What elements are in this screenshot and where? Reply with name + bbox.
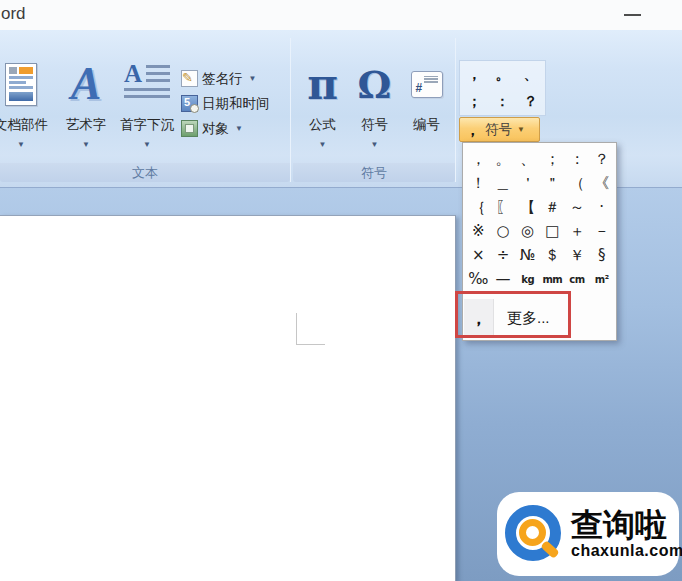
margin-corner-mark	[296, 313, 325, 345]
mini-gallery-symbol[interactable]: 。	[488, 61, 516, 88]
object-button[interactable]: 对象 ▼	[181, 116, 289, 141]
drop-cap-icon: A	[124, 63, 170, 105]
group-separator	[455, 38, 456, 182]
date-time-label: 日期和时间	[202, 95, 270, 113]
group-label-text: 文本	[0, 163, 290, 182]
symbol-cell[interactable]: §	[589, 243, 614, 267]
symbol-cell[interactable]: ！	[466, 171, 491, 195]
minimize-icon	[624, 14, 641, 16]
symbol-cell[interactable]: ￥	[565, 243, 590, 267]
symbol-cell[interactable]: 【	[515, 195, 540, 219]
signature-line-label: 签名行	[202, 70, 243, 88]
quick-parts-icon	[5, 63, 37, 106]
symbol-cell[interactable]: ◎	[515, 219, 540, 243]
symbol-cell[interactable]: －	[589, 219, 614, 243]
equation-label: 公式	[309, 116, 336, 134]
group-separator	[290, 38, 291, 182]
watermark-brand: 查询啦	[571, 508, 667, 542]
symbol-grid: ，。、；：？！＿＇＂（《｛〖【＃～·※○◎□＋－×÷№＄￥§‰—kgmmcmm²	[466, 147, 614, 291]
mini-gallery-symbol[interactable]: ？	[517, 88, 545, 115]
symbol-cell[interactable]: ＄	[540, 243, 565, 267]
chevron-down-icon: ▼	[17, 141, 25, 149]
quick-parts-label: 文档部件	[0, 116, 48, 134]
chevron-down-icon: ▼	[249, 75, 257, 83]
symbol-dropdown-button[interactable]: ， 符号 ▼	[459, 117, 540, 142]
chevron-down-icon: ▼	[371, 141, 379, 149]
symbol-cell[interactable]: ＿	[491, 171, 516, 195]
chevron-down-icon: ▼	[143, 141, 151, 149]
watermark-domain: chaxunla.com	[571, 542, 682, 560]
symbol-dropdown-label: 符号	[485, 121, 512, 139]
chevron-down-icon: ▼	[235, 125, 243, 133]
date-time-icon: 5	[181, 95, 198, 112]
symbol-cell[interactable]: ＃	[540, 195, 565, 219]
symbol-cell[interactable]: ÷	[491, 243, 516, 267]
symbol-cell[interactable]: ？	[589, 147, 614, 171]
symbol-dropdown-panel: ，。、；：？！＿＇＂（《｛〖【＃～·※○◎□＋－×÷№＄￥§‰—kgmmcmm²…	[462, 142, 617, 341]
equation-pi-icon: π	[307, 60, 338, 109]
symbol-cell[interactable]: cm	[565, 267, 590, 291]
object-label: 对象	[202, 120, 229, 138]
symbol-cell[interactable]: ，	[466, 147, 491, 171]
minimize-button[interactable]	[622, 8, 644, 22]
chevron-down-icon: ▼	[517, 126, 525, 134]
symbol-cell[interactable]: —	[491, 267, 516, 291]
symbol-cell[interactable]: ＋	[565, 219, 590, 243]
symbol-cell[interactable]: ×	[466, 243, 491, 267]
symbol-cell[interactable]: ·	[589, 195, 614, 219]
mini-gallery-symbol[interactable]: ：	[488, 88, 516, 115]
mini-gallery-symbol[interactable]: ，	[460, 61, 488, 88]
symbol-cell[interactable]: （	[565, 171, 590, 195]
symbol-cell[interactable]: 、	[515, 147, 540, 171]
symbol-cell[interactable]: ‰	[466, 267, 491, 291]
numbering-label: 编号	[413, 116, 440, 134]
symbol-cell[interactable]: ＂	[540, 171, 565, 195]
symbol-cell[interactable]: 〖	[491, 195, 516, 219]
mini-gallery-symbol[interactable]: 、	[517, 61, 545, 88]
chevron-down-icon: ▼	[319, 141, 327, 149]
date-time-button[interactable]: 5 日期和时间	[181, 91, 289, 116]
numbering-icon: #	[411, 71, 443, 98]
group-label-symbols: 符号	[293, 163, 455, 182]
more-item-gutter: ，	[464, 299, 494, 338]
symbol-cell[interactable]: m²	[589, 267, 614, 291]
symbol-cell[interactable]: mm	[540, 267, 565, 291]
symbol-cell[interactable]: ：	[565, 147, 590, 171]
symbol-cell[interactable]: ○	[491, 219, 516, 243]
more-symbols-item[interactable]: ， 更多...	[464, 299, 616, 338]
more-symbols-label: 更多...	[507, 309, 550, 328]
symbol-cell[interactable]: kg	[515, 267, 540, 291]
symbol-cell[interactable]: ※	[466, 219, 491, 243]
omega-icon: Ω	[358, 62, 392, 107]
symbol-big-label: 符号	[361, 116, 388, 134]
comma-bullet-icon: ，	[470, 307, 487, 330]
wordart-label: 艺术字	[66, 116, 107, 134]
watermark: 查询啦 chaxunla.com	[497, 492, 679, 576]
symbol-cell[interactable]: ＇	[515, 171, 540, 195]
symbol-cell[interactable]: ｛	[466, 195, 491, 219]
document-page[interactable]	[0, 215, 456, 581]
symbol-cell[interactable]: ～	[565, 195, 590, 219]
watermark-magnifier-icon	[505, 503, 567, 565]
symbol-cell[interactable]: □	[540, 219, 565, 243]
comma-bullet-icon: ，	[465, 125, 480, 135]
mini-symbol-gallery: ，。、；：？	[459, 60, 546, 116]
object-icon	[181, 120, 198, 137]
window-title: ord	[1, 4, 26, 24]
titlebar: ord	[0, 0, 682, 30]
wordart-icon: A	[71, 61, 102, 107]
application-window: ord 文档部件 ▼ A 艺术字 ▼	[0, 0, 682, 581]
mini-gallery-symbol[interactable]: ；	[460, 88, 488, 115]
symbol-cell[interactable]: 《	[589, 171, 614, 195]
signature-line-button[interactable]: ✎ 签名行 ▼	[181, 66, 289, 91]
symbol-cell[interactable]: ；	[540, 147, 565, 171]
symbol-cell[interactable]: 。	[491, 147, 516, 171]
drop-cap-label: 首字下沉	[120, 116, 174, 134]
signature-line-icon: ✎	[181, 70, 198, 87]
symbol-cell[interactable]: №	[515, 243, 540, 267]
chevron-down-icon: ▼	[82, 141, 90, 149]
